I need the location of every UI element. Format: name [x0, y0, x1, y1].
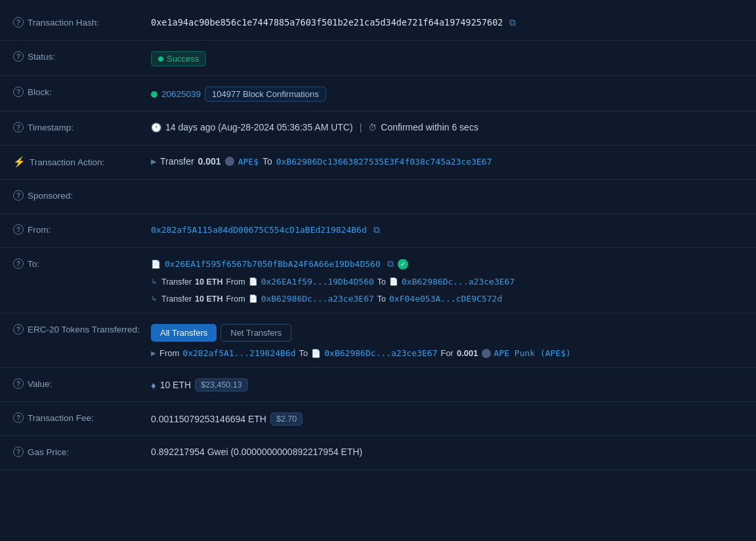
transfer1-from-address[interactable]: 0x26EA1f59...19Db4D560 — [261, 277, 374, 287]
to-verified-icon: ✓ — [398, 259, 408, 270]
erc-token-dot — [482, 349, 491, 358]
erc-token-name-link[interactable]: APE Punk (APE$) — [494, 348, 571, 358]
status-label: Status: — [28, 52, 55, 62]
from-help-icon[interactable]: ? — [13, 224, 24, 235]
erc20-label-col: ? ERC-20 Tokens Transferred: — [13, 323, 151, 334]
fee-label: Transaction Fee: — [28, 413, 94, 423]
value-value-col: ♦ 10 ETH $23,450.13 — [151, 377, 743, 391]
gas-label: Gas Price: — [28, 447, 69, 457]
erc-token-symbol: APE$ — [545, 348, 566, 358]
to-row: ? To: 📄 0x26EA1f595f6567b7050fBbA24F6A66… — [0, 248, 756, 313]
timestamp-confirmed: Confirmed within 6 secs — [381, 122, 478, 132]
transfer2-from-address[interactable]: 0xB62986Dc...a23ce3E67 — [261, 294, 374, 304]
value-help-icon[interactable]: ? — [13, 378, 24, 389]
tab-net-transfers[interactable]: Net Transfers — [220, 324, 291, 342]
transfer2-to-address[interactable]: 0xF04e053A...cDE9C572d — [389, 294, 502, 304]
erc-from-label: From — [159, 348, 179, 358]
action-token-link[interactable]: APE$ — [238, 157, 259, 167]
value-eth: 10 ETH — [160, 380, 191, 390]
transfer1-to-label: To — [377, 277, 386, 287]
timestamp-help-icon[interactable]: ? — [13, 122, 24, 132]
erc-to-label: To — [299, 348, 308, 358]
transfer2-to-label: To — [377, 294, 386, 304]
fee-label-col: ? Transaction Fee: — [13, 411, 151, 423]
block-label-col: ? Block: — [13, 85, 151, 97]
timer-icon: ⏱ — [368, 123, 377, 132]
sponsored-help-icon[interactable]: ? — [13, 190, 24, 201]
action-transfer-text: Transfer — [160, 156, 194, 167]
sponsored-label-col: ? Sponsored: — [13, 189, 151, 201]
erc-transfer-detail: ▶ From 0x282af5A1...219824B6d To 📄 0xB62… — [151, 348, 571, 358]
gas-help-icon[interactable]: ? — [13, 447, 24, 457]
timestamp-label: Timestamp: — [28, 123, 74, 132]
transfer2-doc-icon: 📄 — [249, 294, 258, 303]
transfer1-text: Transfer — [161, 277, 192, 287]
gas-label-col: ? Gas Price: — [13, 445, 151, 457]
status-dot — [158, 56, 163, 62]
value-usd-badge: $23,450.13 — [195, 378, 248, 391]
clock-icon: 🕐 — [151, 123, 161, 132]
erc-token-name: APE Punk — [494, 348, 536, 358]
block-row: ? Block: 20625039 104977 Block Confirmat… — [0, 76, 756, 111]
hash-label: Transaction Hash: — [28, 18, 99, 28]
status-help-icon[interactable]: ? — [13, 51, 24, 62]
to-doc-icon: 📄 — [151, 260, 161, 269]
transfer1-doc-icon: 📄 — [249, 277, 258, 286]
erc-to-doc-icon: 📄 — [311, 349, 321, 358]
transfer1-arrow: ↳ — [151, 277, 157, 286]
timestamp-row: ? Timestamp: 🕐 14 days ago (Aug-28-2024 … — [0, 111, 756, 146]
sponsored-value-col — [151, 189, 743, 190]
block-number-link[interactable]: 20625039 — [161, 89, 201, 99]
action-label: Transaction Action: — [30, 157, 104, 167]
from-row: ? From: 0x282af5A115a84dD00675C554cD1aBE… — [0, 214, 756, 248]
hash-value-col: 0xe1a94ac90be856c1e7447885a7603f501b2e21… — [151, 16, 743, 28]
action-label-col: ⚡ Transaction Action: — [13, 155, 151, 168]
status-value: Success — [167, 54, 199, 64]
transfer1-to-doc-icon: 📄 — [389, 277, 398, 286]
value-row: ? Value: ♦ 10 ETH $23,450.13 — [0, 368, 756, 402]
from-address-link[interactable]: 0x282af5A115a84dD00675C554cD1aBEd219824B… — [151, 225, 367, 235]
action-to-address-link[interactable]: 0xB62986Dc13663827535E3F4f038c745a23ce3E… — [276, 157, 492, 167]
erc20-help-icon[interactable]: ? — [13, 324, 24, 334]
to-label: To: — [28, 259, 39, 269]
transfer2-amount: 10 ETH — [195, 294, 222, 304]
erc20-value-col: All Transfers Net Transfers ▶ From 0x282… — [151, 323, 743, 358]
erc-from-address[interactable]: 0x282af5A1...219824B6d — [182, 348, 295, 358]
tab-all-transfers[interactable]: All Transfers — [151, 324, 217, 342]
fee-help-icon[interactable]: ? — [13, 412, 24, 423]
fee-usd-badge: $2.70 — [270, 412, 303, 426]
from-copy-icon[interactable]: ⧉ — [373, 224, 380, 235]
action-arrow: ▶ — [151, 157, 156, 166]
fee-value-col: 0.00115079253146694 ETH $2.70 — [151, 411, 743, 426]
hash-value: 0xe1a94ac90be856c1e7447885a7603f501b2e21… — [151, 17, 503, 28]
fee-eth: 0.00115079253146694 ETH — [151, 414, 266, 424]
sponsored-row: ? Sponsored: — [0, 180, 756, 214]
timestamp-label-col: ? Timestamp: — [13, 121, 151, 132]
block-green-dot — [151, 91, 158, 98]
transfer1-to-address[interactable]: 0xB62986Dc...a23ce3E67 — [402, 277, 514, 287]
status-value-col: Success — [151, 50, 743, 66]
to-address-link[interactable]: 0x26EA1f595f6567b7050fBbA24F6A66e19Db4D5… — [165, 259, 381, 269]
block-help-icon[interactable]: ? — [13, 87, 24, 97]
transfer2-from-label: From — [226, 294, 245, 304]
status-row: ? Status: Success — [0, 41, 756, 76]
from-label-col: ? From: — [13, 223, 151, 235]
erc20-row: ? ERC-20 Tokens Transferred: All Transfe… — [0, 313, 756, 368]
to-help-icon[interactable]: ? — [13, 258, 24, 269]
sponsored-label: Sponsored: — [28, 191, 73, 201]
hash-help-icon[interactable]: ? — [13, 17, 24, 28]
transfer2-arrow: ↳ — [151, 294, 157, 303]
to-copy-icon[interactable]: ⧉ — [387, 258, 394, 270]
to-label-col: ? To: — [13, 257, 151, 269]
erc-for-label: For — [440, 348, 453, 358]
apes-token-dot — [225, 157, 234, 166]
to-value-col: 📄 0x26EA1f595f6567b7050fBbA24F6A66e19Db4… — [151, 257, 743, 304]
gas-value: 0.892217954 Gwei (0.0000000000892217954 … — [151, 447, 362, 457]
transaction-details: ? Transaction Hash: 0xe1a94ac90be856c1e7… — [0, 0, 756, 477]
status-badge: Success — [151, 51, 206, 66]
erc-to-address[interactable]: 0xB62986Dc...a23ce3E67 — [324, 348, 437, 358]
status-label-col: ? Status: — [13, 50, 151, 62]
hash-copy-icon[interactable]: ⧉ — [509, 17, 516, 28]
transfer2-row: ↳ Transfer 10 ETH From 📄 0xB62986Dc...a2… — [151, 294, 502, 304]
gas-row: ? Gas Price: 0.892217954 Gwei (0.0000000… — [0, 436, 756, 470]
